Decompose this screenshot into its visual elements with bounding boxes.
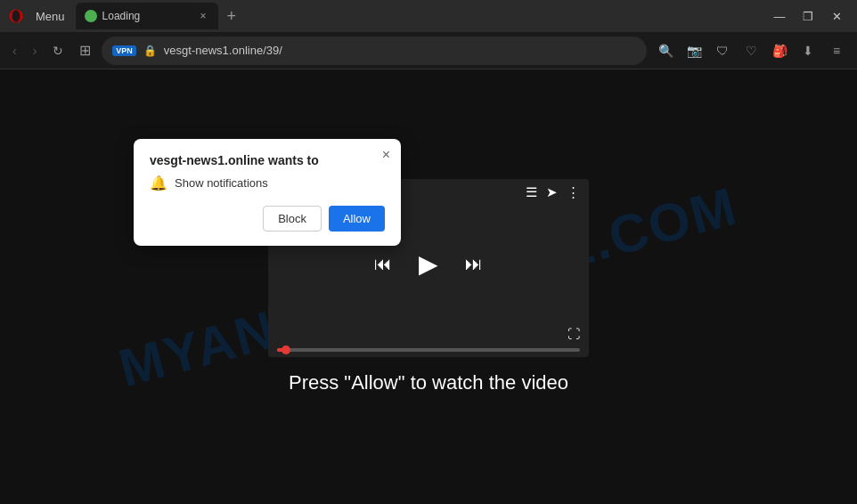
tab-bar: Loading × + (76, 3, 761, 29)
tab-close-button[interactable]: × (198, 9, 209, 23)
progress-dot (282, 345, 290, 354)
maximize-button[interactable]: ❐ (795, 3, 821, 29)
fullscreen-button[interactable]: ⛶ (567, 327, 580, 341)
share-icon[interactable]: ➤ (546, 184, 558, 200)
popup-close-button[interactable]: × (382, 148, 390, 162)
popup-permission-text: Show notifications (175, 176, 268, 190)
page-content: MYANTISPYWARE.COM ☰ ➤ ⋮ ⏮ ▶ ⏭ ⛶ (0, 69, 857, 504)
opera-logo (7, 7, 25, 25)
tab-favicon (85, 10, 97, 22)
lock-icon: 🔒 (143, 45, 157, 57)
block-button[interactable]: Block (263, 206, 322, 232)
title-bar: Menu Loading × + — ❐ ✕ (0, 0, 857, 32)
search-icon-btn[interactable]: 🔍 (652, 37, 679, 64)
tab-title: Loading (102, 10, 192, 22)
popup-permission: 🔔 Show notifications (150, 175, 385, 191)
popup-title: vesgt-news1.online wants to (150, 153, 385, 167)
heart-icon-btn[interactable]: ♡ (738, 37, 764, 64)
next-button[interactable]: ⏭ (465, 254, 483, 274)
progress-fill (277, 348, 286, 352)
address-bar: ‹ › ↻ ⊞ VPN 🔒 vesgt-news1.online/39/ 🔍 📷… (0, 32, 857, 69)
queue-icon[interactable]: ☰ (526, 184, 537, 200)
wallet-icon-btn[interactable]: 🎒 (766, 37, 793, 64)
menu-button[interactable]: Menu (30, 8, 70, 25)
menu-label: Menu (36, 10, 65, 23)
forward-button[interactable]: › (28, 40, 43, 61)
play-button[interactable]: ▶ (419, 249, 438, 279)
url-text: vesgt-news1.online/39/ (164, 44, 636, 57)
prev-button[interactable]: ⏮ (374, 254, 392, 274)
notification-popup: × vesgt-news1.online wants to 🔔 Show not… (134, 139, 401, 246)
vpn-badge: VPN (112, 45, 136, 56)
svg-point-1 (12, 10, 20, 22)
toolbar-icons: 🔍 📷 🛡 ♡ 🎒 ⬇ ≡ (652, 37, 850, 64)
window-controls: — ❐ ✕ (766, 3, 850, 29)
back-button[interactable]: ‹ (7, 40, 22, 61)
new-tab-button[interactable]: + (220, 5, 244, 28)
download-icon-btn[interactable]: ⬇ (795, 37, 821, 64)
camera-icon-btn[interactable]: 📷 (681, 37, 707, 64)
cta-text: Press "Allow" to watch the video (289, 371, 568, 394)
notification-icon: 🔔 (150, 175, 167, 191)
minimize-button[interactable]: — (766, 3, 793, 29)
reload-button[interactable]: ↻ (47, 40, 69, 61)
shield-icon-btn[interactable]: 🛡 (709, 37, 736, 64)
browser-menu-button[interactable]: ≡ (823, 37, 850, 64)
close-button[interactable]: ✕ (823, 3, 850, 29)
progress-bar[interactable] (277, 348, 580, 352)
more-icon[interactable]: ⋮ (567, 184, 580, 200)
allow-button[interactable]: Allow (329, 206, 385, 232)
url-bar[interactable]: VPN 🔒 vesgt-news1.online/39/ (102, 37, 647, 65)
active-tab[interactable]: Loading × (76, 3, 218, 29)
player-bottom: ⛶ (268, 321, 589, 357)
tab-grid-button[interactable]: ⊞ (74, 38, 96, 62)
popup-buttons: Block Allow (150, 206, 385, 232)
